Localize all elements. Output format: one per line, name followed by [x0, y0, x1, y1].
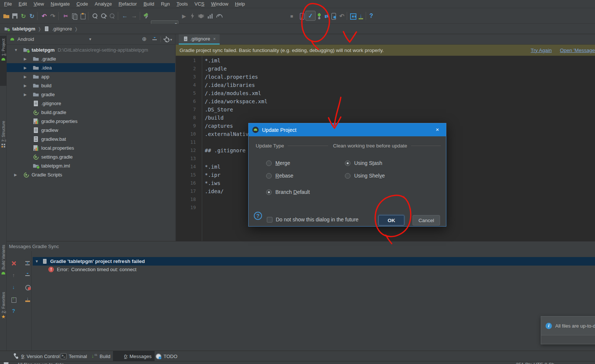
menu-item[interactable]: Build: [140, 1, 158, 7]
try-again-link[interactable]: Try Again: [531, 48, 552, 53]
editor-tab-gitignore[interactable]: .gitignore ×: [179, 34, 220, 45]
messages-row-refresh-failed[interactable]: ▼ Gradle 'tabletpgm' project refresh fai…: [33, 257, 595, 266]
close-icon[interactable]: ×: [433, 126, 442, 134]
menu-item[interactable]: Help: [232, 1, 248, 7]
close-icon[interactable]: [10, 260, 17, 266]
tool-window-button[interactable]: 9: Version Control: [10, 351, 62, 361]
tree-expand-arrow[interactable]: ▼: [14, 48, 23, 52]
export-icon[interactable]: [10, 296, 17, 302]
close-tab-icon[interactable]: ×: [213, 36, 216, 42]
tree-expand-arrow[interactable]: ▶: [24, 66, 33, 70]
radio-icon[interactable]: [266, 160, 272, 166]
tree-row[interactable]: settings.gradle: [7, 152, 175, 161]
radio-using-stash[interactable]: Using Stash: [345, 159, 382, 167]
tree-row[interactable]: gradlew: [7, 126, 175, 134]
radio-icon[interactable]: [266, 173, 272, 179]
help-icon[interactable]: ?: [254, 212, 262, 220]
tree-expand-arrow[interactable]: ▶: [24, 57, 33, 61]
gear-icon[interactable]: [164, 36, 170, 43]
navigate-back-button[interactable]: ←: [120, 11, 130, 21]
open-messages-link[interactable]: Open 'Messages' View: [560, 48, 595, 53]
menu-item[interactable]: Window: [208, 1, 232, 7]
radio-icon[interactable]: [345, 173, 350, 179]
stripe-tab-structure[interactable]: 7: Structure: [0, 118, 7, 177]
tree-expand-arrow[interactable]: ▶: [24, 84, 33, 88]
hide-warnings-icon[interactable]: [25, 284, 31, 290]
tree-row[interactable]: ▶ gradle: [7, 90, 175, 99]
tree-row[interactable]: tabletpgm.iml: [7, 161, 175, 170]
stripe-tab-favorites[interactable]: 2: Favorites ★: [0, 290, 7, 339]
editor-line[interactable]: 4 /.idea/libraries: [176, 81, 595, 89]
help-icon[interactable]: ?: [10, 308, 17, 314]
menu-item[interactable]: Tools: [173, 1, 191, 7]
editor-line[interactable]: 2 .gradle: [176, 65, 595, 73]
tree-expand-arrow[interactable]: ▼: [35, 259, 39, 263]
paste-button[interactable]: [78, 11, 88, 21]
menu-item[interactable]: Analyze: [91, 1, 115, 7]
locate-file-button[interactable]: ⊕: [142, 36, 147, 42]
notification-balloon[interactable]: i All files are up-to-date: [541, 316, 595, 344]
radio-icon[interactable]: [345, 160, 350, 166]
tool-window-button[interactable]: Terminal: [58, 351, 90, 361]
tree-row[interactable]: ▶ build: [7, 81, 175, 90]
editor-line[interactable]: 6 /.idea/workspace.xml: [176, 97, 595, 105]
menu-item[interactable]: Run: [158, 1, 173, 7]
tree-row[interactable]: local.properties: [7, 143, 175, 152]
stop-button[interactable]: ■: [287, 11, 297, 21]
tree-row[interactable]: build.gradle: [7, 108, 175, 117]
menu-item[interactable]: Edit: [15, 1, 30, 7]
tree-row[interactable]: ▶ Gradle Scripts: [7, 170, 175, 179]
tree-row[interactable]: ▼ tabletpgm D:\GitLab\casio\regi-setting…: [7, 45, 175, 54]
rollback-button[interactable]: ↶: [337, 11, 347, 21]
editor-line[interactable]: 3 /local.properties: [176, 73, 595, 81]
collapse-all-icon[interactable]: [25, 272, 31, 279]
editor-line[interactable]: 1 *.iml: [176, 56, 595, 65]
tool-window-button[interactable]: TODO: [152, 351, 180, 361]
tree-expand-arrow[interactable]: ▶: [24, 75, 33, 79]
tool-window-button[interactable]: 0: Messages: [113, 351, 155, 361]
expand-all-icon[interactable]: [25, 260, 31, 266]
gradle-sync-button[interactable]: ↓: [356, 11, 366, 21]
project-view-selector[interactable]: Android: [17, 36, 34, 42]
debug-button[interactable]: [196, 11, 206, 21]
tree-expand-arrow[interactable]: ▶: [24, 92, 33, 97]
tree-row[interactable]: gradle.properties: [7, 117, 175, 126]
inspect-button[interactable]: [107, 11, 117, 21]
menu-item[interactable]: File: [1, 1, 15, 7]
tree-row[interactable]: ▶ .idea: [7, 63, 175, 72]
radio-rebase[interactable]: Rebase: [266, 172, 293, 179]
help-button[interactable]: ?: [366, 11, 376, 21]
tree-row[interactable]: .gitignore: [7, 99, 175, 108]
view-selector-chevron-icon[interactable]: ▾: [89, 37, 91, 42]
editor-line[interactable]: 7 .DS_Store: [176, 105, 595, 114]
tree-row[interactable]: ▶ .gradle: [7, 54, 175, 63]
radio-using-shelve[interactable]: Using Shelve: [345, 172, 385, 179]
radio-icon[interactable]: [266, 189, 272, 195]
navigate-forward-button[interactable]: →: [129, 11, 139, 21]
breadcrumb-file[interactable]: .gitignore: [52, 26, 72, 32]
menu-item[interactable]: Refactor: [115, 1, 140, 7]
breadcrumb-project[interactable]: tabletpgm: [12, 26, 35, 32]
tree-row[interactable]: gradlew.bat: [7, 134, 175, 143]
redo-button[interactable]: ↷: [48, 11, 58, 21]
tree-expand-arrow[interactable]: ▶: [14, 173, 23, 177]
update-project-button[interactable]: ✓: [305, 11, 316, 21]
radio-branch-default[interactable]: Branch Default: [266, 188, 310, 196]
cancel-button[interactable]: Cancel: [413, 215, 440, 225]
next-message-icon[interactable]: ↓: [10, 284, 17, 290]
messages-row-error[interactable]: ! Error: Connection timed out: connect: [48, 267, 136, 272]
build-button[interactable]: [141, 11, 151, 21]
editor-line[interactable]: 5 /.idea/modules.xml: [176, 89, 595, 97]
menu-item[interactable]: Code: [73, 1, 91, 7]
collapse-all-button[interactable]: [152, 36, 158, 43]
menu-item[interactable]: Navigate: [47, 1, 73, 7]
ok-button[interactable]: OK: [378, 215, 404, 225]
do-not-show-checkbox[interactable]: [267, 217, 272, 222]
gear-chevron-icon[interactable]: ▾: [170, 38, 172, 42]
previous-message-icon[interactable]: ↑: [10, 272, 17, 279]
radio-merge[interactable]: Merge: [266, 159, 290, 167]
stripe-tab-build-variants[interactable]: Build Variants: [0, 243, 7, 280]
stripe-tab-project[interactable]: 1: Project: [0, 36, 7, 86]
dialog-title-bar[interactable]: Update Project ×: [249, 123, 446, 136]
menu-item[interactable]: View: [30, 1, 47, 7]
